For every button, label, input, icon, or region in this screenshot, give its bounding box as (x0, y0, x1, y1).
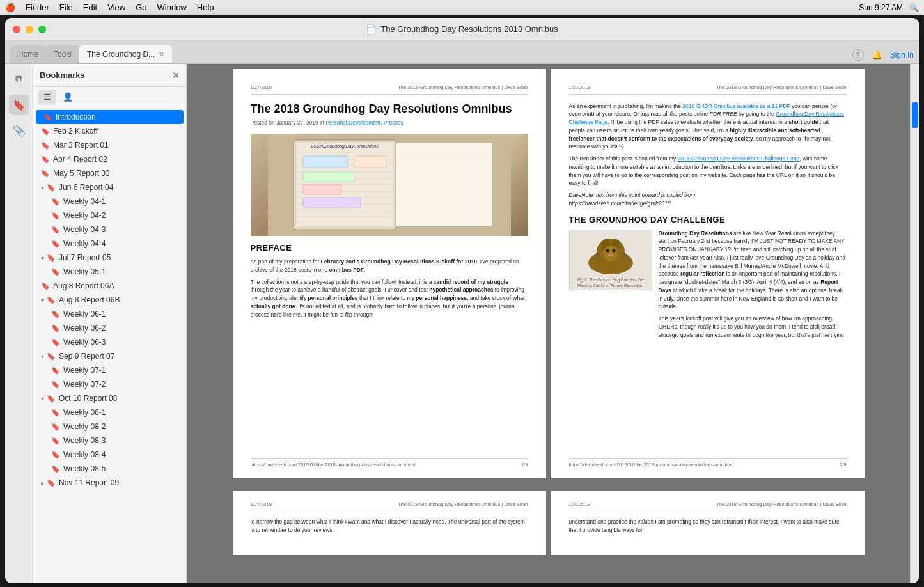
bm-item-aug8a[interactable]: 🔖 Aug 8 Report 06A (33, 279, 186, 293)
bookmark-icon: 🔖 (51, 198, 60, 206)
bm-item-sep9[interactable]: ▾ 🔖 Sep 9 Report 07 (33, 349, 186, 363)
page-1-footer-url: https://davidsesh.com/2019/01/the-2018-g… (251, 462, 416, 469)
tab-tools[interactable]: Tools (46, 45, 79, 63)
bm-item-weekly-06-3[interactable]: 🔖 Weekly 06-3 (33, 335, 186, 349)
bm-item-weekly-07-2[interactable]: 🔖 Weekly 07-2 (33, 377, 186, 391)
bm-item-jun6[interactable]: ▾ 🔖 Jun 6 Report 04 (33, 180, 186, 194)
book-image: 2018 Groundhog Day Resolutions (251, 134, 528, 236)
icon-sidebar: ⧉ 🔖 📎 (5, 64, 33, 583)
bm-item-apr4[interactable]: 🔖 Apr 4 Report 02 (33, 152, 186, 166)
bookmark-icon: 🔖 (47, 479, 56, 487)
apple-menu[interactable]: 🍎 (5, 3, 15, 12)
bookmarks-toolbar: ☰ 👤 (33, 87, 186, 107)
bookmarks-title: Bookmarks (40, 70, 85, 80)
page-1-posted: Posted on January 27, 2019 in Personal D… (251, 120, 528, 127)
sign-in-button[interactable]: Sign In (890, 51, 914, 59)
tab-doc[interactable]: The Groundhog D... ✕ (79, 45, 172, 63)
tab-home[interactable]: Home (10, 45, 46, 63)
menu-go[interactable]: Go (136, 3, 146, 12)
notification-icon[interactable]: 🔔 (872, 50, 882, 60)
bm-label-w061: Weekly 06-1 (63, 309, 106, 318)
page-2-header-title: The 2018 Groundhog Day Resolutions Omnib… (716, 84, 846, 91)
tab-tools-label: Tools (54, 50, 72, 59)
sidebar-paperclip-btn[interactable]: 📎 (9, 120, 29, 141)
bookmark-icon: 🔖 (47, 254, 56, 262)
pdf-page-row-2: 1/27/2019 The 2018 Groundhog Day Resolut… (192, 491, 905, 555)
bm-label-w081: Weekly 08-1 (63, 408, 106, 417)
menu-window[interactable]: Window (157, 3, 187, 12)
window-title-text: The Groundhog Day Resolutions 2018 Omnib… (380, 24, 558, 34)
expand-jun6-icon[interactable]: ▾ (41, 184, 44, 191)
page-1-footer: https://davidsesh.com/2019/01/the-2018-g… (251, 458, 528, 469)
bookmarks-list[interactable]: 🔖 Introduction 🔖 Feb 2 Kickoff 🔖 Mar 3 R… (33, 107, 186, 583)
svg-rect-22 (303, 185, 341, 194)
bookmarks-close-icon[interactable]: ✕ (172, 70, 180, 81)
bm-item-feb2[interactable]: 🔖 Feb 2 Kickoff (33, 124, 186, 138)
page-2-footer-num: 2/9 (840, 462, 846, 469)
sidebar-copy-btn[interactable]: ⧉ (9, 69, 29, 90)
bm-item-weekly-07-1[interactable]: 🔖 Weekly 07-1 (33, 363, 186, 377)
svg-rect-19 (303, 156, 348, 168)
page-3-header-title: The 2018 Groundhog Day Resolutions Omnib… (398, 501, 528, 507)
bm-item-weekly-04-4[interactable]: 🔖 Weekly 04-4 (33, 237, 186, 251)
sidebar-bookmark-btn[interactable]: 🔖 (9, 95, 29, 115)
expand-nov11-icon[interactable]: ▸ (41, 480, 44, 487)
bm-grid-view-btn[interactable]: 👤 (59, 90, 77, 105)
bm-label-apr4: Apr 4 Report 02 (53, 155, 107, 164)
menu-file[interactable]: File (59, 3, 73, 12)
expand-jul7-icon[interactable]: ▾ (41, 254, 44, 262)
menu-view[interactable]: View (107, 3, 125, 12)
bm-item-aug8b[interactable]: ▾ 🔖 Aug 8 Report 06B (33, 293, 186, 307)
bookmark-icon: 🔖 (41, 169, 50, 178)
link-personal-dev[interactable]: Personal Development (325, 120, 380, 126)
svg-rect-21 (303, 172, 354, 182)
expand-sep9-icon[interactable]: ▾ (41, 353, 44, 360)
page-2-header: 1/27/2019 The 2018 Groundhog Day Resolut… (569, 84, 847, 95)
bm-item-weekly-06-2[interactable]: 🔖 Weekly 06-2 (33, 321, 186, 335)
pdf-pages[interactable]: 1/27/2019 The 2018 Groundhog Day Resolut… (187, 64, 910, 583)
bm-item-introduction[interactable]: 🔖 Introduction (36, 110, 184, 124)
expand-aug8b-icon[interactable]: ▾ (41, 297, 44, 304)
pdf-viewer: 1/27/2019 The 2018 Groundhog Day Resolut… (187, 64, 910, 583)
bm-item-jul7[interactable]: ▾ 🔖 Jul 7 Report 05 (33, 251, 186, 265)
page-4-header-date: 1/27/2019 (569, 501, 590, 507)
menubar-search-icon[interactable]: 🔍 (909, 3, 919, 12)
bm-label-w085: Weekly 08-5 (63, 464, 106, 473)
bm-item-weekly-08-1[interactable]: 🔖 Weekly 08-1 (33, 405, 186, 419)
minimize-button[interactable] (26, 26, 33, 33)
bm-item-weekly-04-2[interactable]: 🔖 Weekly 04-2 (33, 208, 186, 223)
bm-item-mar3[interactable]: 🔖 Mar 3 Report 01 (33, 138, 186, 152)
bm-item-oct10[interactable]: ▾ 🔖 Oct 10 Report 08 (33, 391, 186, 405)
menu-help[interactable]: Help (197, 3, 214, 12)
bookmark-icon: 🔖 (47, 352, 56, 361)
tab-close-icon[interactable]: ✕ (159, 51, 164, 59)
page-3-body: to narrow the gap between what I think I… (251, 518, 528, 535)
bm-label-jul7: Jul 7 Report 05 (59, 253, 111, 262)
2018-ghdr-link[interactable]: 2018 Groundhog Day Resolutions Challenge… (678, 155, 800, 162)
bm-item-may5[interactable]: 🔖 May 5 Report 03 (33, 166, 186, 180)
menu-finder[interactable]: Finder (26, 3, 49, 12)
bm-item-weekly-04-1[interactable]: 🔖 Weekly 04-1 (33, 194, 186, 208)
link-process[interactable]: Process (384, 120, 403, 126)
challenge-title: THE GROUNDHOG DAY CHALLENGE (569, 214, 847, 226)
close-button[interactable] (13, 26, 20, 33)
page-1-header-title: The 2018 Groundhog Day Resolutions Omnib… (398, 84, 528, 91)
bm-item-weekly-08-5[interactable]: 🔖 Weekly 08-5 (33, 462, 186, 476)
bm-list-view-btn[interactable]: ☰ (38, 90, 56, 105)
bm-item-nov11[interactable]: ▸ 🔖 Nov 11 Report 09 (33, 476, 186, 490)
scroll-indicator[interactable] (912, 102, 918, 128)
bookmark-icon: 🔖 (51, 451, 60, 459)
bookmark-icon: 🔖 (51, 268, 60, 276)
bm-item-weekly-08-4[interactable]: 🔖 Weekly 08-4 (33, 448, 186, 462)
expand-oct10-icon[interactable]: ▾ (41, 395, 44, 402)
omnibus-link[interactable]: 2018 GHDR Omnibus available as a $1 PDF (682, 103, 790, 109)
bm-item-weekly-05-1[interactable]: 🔖 Weekly 05-1 (33, 265, 186, 279)
bm-item-weekly-08-2[interactable]: 🔖 Weekly 08-2 (33, 419, 186, 434)
help-icon[interactable]: ? (852, 49, 864, 61)
bm-item-weekly-08-3[interactable]: 🔖 Weekly 08-3 (33, 434, 186, 448)
pdf-page-3: 1/27/2019 The 2018 Groundhog Day Resolut… (233, 491, 546, 555)
maximize-button[interactable] (38, 26, 46, 33)
bm-item-weekly-04-3[interactable]: 🔖 Weekly 04-3 (33, 223, 186, 237)
menu-edit[interactable]: Edit (83, 3, 97, 12)
bm-item-weekly-06-1[interactable]: 🔖 Weekly 06-1 (33, 307, 186, 321)
